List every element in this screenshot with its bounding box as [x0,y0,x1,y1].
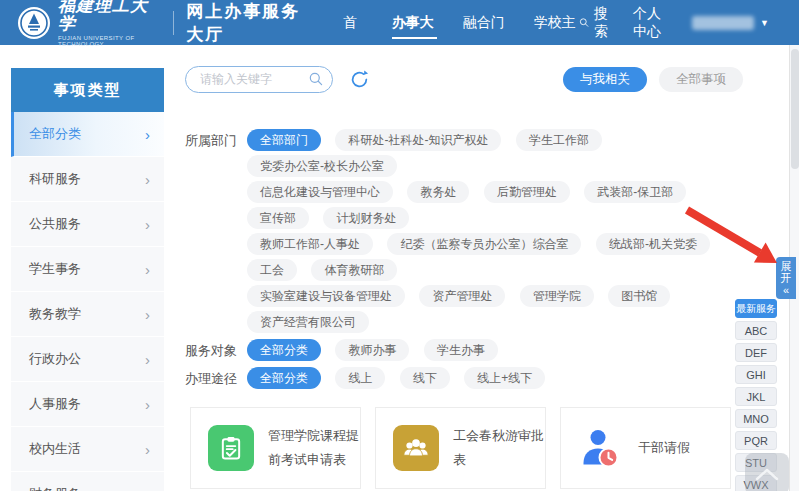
tag-department[interactable]: 党委办公室-校长办公室 [247,155,397,177]
filter-department: 所属部门 全部部门 科研处-社科处-知识产权处 学生工作部 党委办公室-校长办公… [185,129,743,337]
sidebar-item-teaching[interactable]: 教务教学› [11,292,164,337]
sidebar-item-student-affairs[interactable]: 学生事务› [11,247,164,292]
tag-department[interactable]: 图书馆 [608,285,670,307]
tag-department[interactable]: 学生工作部 [516,129,602,151]
expand-label-char-1: 展开 [781,260,792,284]
tag-department[interactable]: 体育教研部 [311,259,397,281]
quick-nav-abc[interactable]: ABC [735,321,777,340]
sidebar-item-hr[interactable]: 人事服务› [11,382,164,427]
chevron-right-icon: › [145,486,150,491]
tag-department[interactable]: 统战部-机关党委 [596,233,710,255]
university-logo-link[interactable]: 福建理工大学 FUJIAN UNIVERSITY OF TECHNOLOGY [17,0,159,48]
all-items-button[interactable]: 全部事项 [659,67,743,92]
tag-department[interactable]: 管理学院 [520,285,594,307]
tag-department[interactable]: 工会 [247,259,297,281]
refresh-button[interactable] [349,69,370,90]
tag-channel-online[interactable]: 线上 [335,367,385,389]
tag-department[interactable]: 资产管理处 [419,285,505,307]
tag-department[interactable]: 信息化建设与管理中心 [247,181,393,203]
sidebar-item-label: 校内生活 [29,440,81,458]
sidebar-item-public[interactable]: 公共服务› [11,202,164,247]
sidebar-item-label: 教务教学 [29,305,81,323]
toolbar: 与我相关 全部事项 [185,65,743,93]
header-right: 搜索 个人中心 ▼ [579,5,769,41]
sidebar-item-label: 科研服务 [29,170,81,188]
nav-school-home[interactable]: 学校主页 [534,0,579,45]
service-card-cadre-leave[interactable]: 干部请假 [560,407,731,489]
nav-service-hall[interactable]: 办事大厅 [392,0,437,45]
university-name: 福建理工大学 [58,0,159,33]
department-tags: 全部部门 科研处-社科处-知识产权处 学生工作部 党委办公室-校长办公室 信息化… [247,129,743,337]
quick-nav-latest[interactable]: 最新服务 [735,299,777,318]
university-name-en: FUJIAN UNIVERSITY OF TECHNOLOGY [58,35,159,48]
chevron-right-icon: › [145,216,150,233]
main-nav: 首页 办事大厅 融合门户 学校主页 [343,0,579,45]
sidebar-item-research[interactable]: 科研服务› [11,157,164,202]
quick-nav-ghi[interactable]: GHI [735,365,777,384]
sidebar-item-campus-life[interactable]: 校内生活› [11,427,164,472]
service-card-exam-application[interactable]: 管理学院课程提前考试申请表 [190,407,361,489]
university-name-block: 福建理工大学 FUJIAN UNIVERSITY OF TECHNOLOGY [58,0,159,48]
tag-audience-all[interactable]: 全部分类 [247,339,321,361]
header-search-label: 搜索 [594,5,613,41]
double-chevron-left-icon: « [783,284,789,296]
sidebar-item-label: 全部分类 [29,125,81,143]
nav-home[interactable]: 首页 [343,0,366,45]
nav-portal[interactable]: 融合门户 [463,0,508,45]
tag-department[interactable]: 武装部-保卫部 [584,181,686,203]
chevron-right-icon: › [145,261,150,278]
tag-channel-both[interactable]: 线上+线下 [464,367,545,389]
search-icon[interactable] [308,71,324,87]
service-card-grid: 管理学院课程提前考试申请表 工会春秋游审批表 [185,407,743,491]
sidebar-title: 事项类型 [11,68,164,112]
chevron-right-icon: › [145,441,150,458]
tag-department[interactable]: 实验室建设与设备管理处 [247,285,405,307]
tag-department[interactable]: 计划财务处 [323,207,409,229]
sidebar-item-label: 人事服务 [29,395,81,413]
sidebar-item-label: 财务服务 [29,485,81,491]
filter-label: 所属部门 [185,129,247,337]
service-card-union-trip[interactable]: 工会春秋游审批表 [375,407,546,489]
service-card-title: 管理学院课程提前考试申请表 [268,424,360,472]
tag-department[interactable]: 后勤管理处 [484,181,570,203]
sidebar-item-finance[interactable]: 财务服务› [11,472,164,491]
sidebar-item-admin-office[interactable]: 行政办公› [11,337,164,382]
header-search-button[interactable]: 搜索 [579,5,613,41]
chevron-up-icon [754,467,780,481]
chevron-right-icon: › [145,126,150,143]
top-header: 福建理工大学 FUJIAN UNIVERSITY OF TECHNOLOGY 网… [0,0,799,45]
quick-nav-pqr[interactable]: PQR [735,431,777,450]
related-to-me-button[interactable]: 与我相关 [563,67,647,92]
tag-audience-teacher[interactable]: 教师办事 [335,339,409,361]
expand-panel-button[interactable]: 展开 « [776,257,796,299]
keyword-search [185,66,333,93]
tag-channel-offline[interactable]: 线下 [400,367,450,389]
tag-department[interactable]: 纪委（监察专员办公室）综合室 [387,233,581,255]
university-logo-icon [17,6,51,40]
service-hall-page: 福建理工大学 FUJIAN UNIVERSITY OF TECHNOLOGY 网… [0,0,799,491]
service-card-title: 工会春秋游审批表 [453,424,545,472]
quick-nav-jkl[interactable]: JKL [735,387,777,406]
tag-audience-student[interactable]: 学生办事 [424,339,498,361]
scrollbar-thumb[interactable] [791,49,799,169]
category-sidebar: 事项类型 全部分类› 科研服务› 公共服务› 学生事务› 教务教学› 行政办公›… [11,68,164,491]
personal-center-link[interactable]: 个人中心 [633,5,672,41]
tag-department[interactable]: 教师工作部-人事处 [247,233,373,255]
tag-department[interactable]: 宣传部 [247,207,309,229]
sidebar-item-label: 行政办公 [29,350,81,368]
chevron-right-icon: › [145,351,150,368]
quick-nav-def[interactable]: DEF [735,343,777,362]
tag-channel-all[interactable]: 全部分类 [247,367,321,389]
back-to-top-button[interactable] [745,453,789,491]
sidebar-item-all-categories[interactable]: 全部分类› [11,112,164,157]
person-clock-icon [578,425,624,471]
tag-all-departments[interactable]: 全部部门 [247,129,321,151]
tag-department[interactable]: 教务处 [407,181,469,203]
header-divider [173,11,174,35]
tag-department[interactable]: 科研处-社科处-知识产权处 [335,129,501,151]
user-menu[interactable]: ▼ [692,16,769,30]
chevron-right-icon: › [145,396,150,413]
quick-nav-mno[interactable]: MNO [735,409,777,428]
tag-department[interactable]: 资产经营有限公司 [247,311,369,333]
filter-section: 所属部门 全部部门 科研处-社科处-知识产权处 学生工作部 党委办公室-校长办公… [185,129,743,393]
